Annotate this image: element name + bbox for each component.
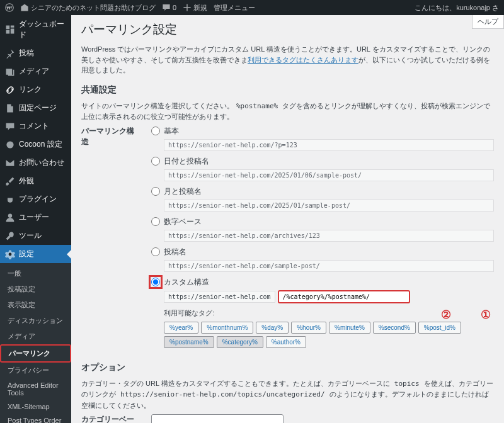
sidebar-item-8[interactable]: 外観 xyxy=(0,172,71,190)
sidebar-item-1[interactable]: 投稿 xyxy=(0,44,71,62)
link-icon xyxy=(5,85,15,95)
h2-options: オプション xyxy=(81,362,494,373)
page-title: パーマリンク設定 xyxy=(81,21,494,38)
pin-icon xyxy=(5,48,15,59)
sidebar-sub-5[interactable]: パーマリンク xyxy=(0,344,71,363)
sample-1: https://senior-net-help.com/2025/01/06/s… xyxy=(164,169,494,181)
page-icon xyxy=(5,103,15,113)
help-tab[interactable]: ヘルプ xyxy=(472,15,504,29)
sample-0: https://senior-net-help.com/?p=123 xyxy=(164,139,494,151)
comments-link[interactable]: 0 xyxy=(162,3,176,12)
sidebar-item-12[interactable]: 設定 xyxy=(0,245,71,263)
sidebar-sub-3[interactable]: ディスカッション xyxy=(0,313,71,329)
sidebar-item-7[interactable]: お問い合わせ xyxy=(0,154,71,172)
site-link[interactable]: シニアのためのネット問題お助けブログ xyxy=(20,3,156,13)
radio-1[interactable] xyxy=(151,157,160,166)
radio-3[interactable] xyxy=(151,217,160,226)
sidebar-sub-0[interactable]: 一般 xyxy=(0,266,71,281)
tag-post_id[interactable]: %post_id% xyxy=(418,322,461,334)
sidebar-sub-8[interactable]: XML-Sitemap xyxy=(0,400,71,414)
dashboard-icon xyxy=(5,25,15,35)
annotation-1: ① xyxy=(481,308,491,322)
tags-doc-link[interactable]: 利用できるタグはたくさんあります xyxy=(248,56,358,64)
comment-icon xyxy=(5,121,15,132)
tag-day[interactable]: %day% xyxy=(256,322,289,334)
sidebar-sub-6[interactable]: プライバシー xyxy=(0,363,71,378)
tag-category[interactable]: %category% xyxy=(217,336,263,348)
sidebar-item-0[interactable]: ダッシュボード xyxy=(0,15,71,44)
svg-point-1 xyxy=(6,141,13,148)
media-icon xyxy=(5,67,15,77)
sidebar-item-4[interactable]: 固定ページ xyxy=(0,99,71,117)
radio-0[interactable] xyxy=(151,127,160,135)
user-icon xyxy=(5,213,15,223)
wp-logo-icon[interactable] xyxy=(5,3,14,12)
plug-icon xyxy=(5,195,15,205)
sidebar-item-9[interactable]: プラグイン xyxy=(0,190,71,208)
tag-postname[interactable]: %postname% xyxy=(164,336,214,348)
mail-icon xyxy=(5,158,15,168)
sidebar-item-6[interactable]: Cocoon 設定 xyxy=(0,135,71,154)
tag-monthnum[interactable]: %monthnum% xyxy=(201,322,253,334)
sidebar-item-10[interactable]: ユーザー xyxy=(0,208,71,227)
tool-icon xyxy=(5,231,15,241)
custom-structure-input[interactable] xyxy=(278,290,410,303)
sample-4: https://senior-net-help.com/sample-post/ xyxy=(164,260,494,272)
sample-3: https://senior-net-help.com/archives/123 xyxy=(164,230,494,242)
admin-sidebar: ダッシュボード投稿メディアリンク固定ページコメントCocoon 設定お問い合わせ… xyxy=(0,15,71,423)
tag-second[interactable]: %second% xyxy=(373,322,416,334)
tag-author[interactable]: %author% xyxy=(266,336,306,348)
radio-2[interactable] xyxy=(151,187,160,196)
site-name: シニアのためのネット問題お助けブログ xyxy=(31,3,156,13)
sidebar-item-2[interactable]: メディア xyxy=(0,62,71,81)
sample-2: https://senior-net-help.com/2025/01/samp… xyxy=(164,200,494,212)
cocoon-icon xyxy=(5,140,15,150)
sidebar-sub-9[interactable]: Post Types Order xyxy=(0,414,71,423)
annotation-2: ② xyxy=(441,308,451,322)
new-link[interactable]: 新規 xyxy=(183,3,207,13)
greeting[interactable]: こんにちは、kurukonajp さ xyxy=(415,3,499,13)
sidebar-item-3[interactable]: リンク xyxy=(0,81,71,99)
structure-label: パーマリンク構造 xyxy=(81,126,141,353)
settings-icon xyxy=(5,249,15,259)
sidebar-sub-2[interactable]: 表示設定 xyxy=(0,297,71,313)
sidebar-item-11[interactable]: ツール xyxy=(0,227,71,245)
brush-icon xyxy=(5,176,15,186)
category-base-input[interactable] xyxy=(151,414,284,423)
svg-point-2 xyxy=(9,252,12,256)
sidebar-sub-1[interactable]: 投稿設定 xyxy=(0,281,71,297)
h2-common: 共通設定 xyxy=(81,84,494,96)
tag-hour[interactable]: %hour% xyxy=(291,322,326,334)
radio-custom[interactable] xyxy=(151,278,160,286)
manage-menu[interactable]: 管理メニュー xyxy=(214,3,255,13)
tag-minute[interactable]: %minute% xyxy=(329,322,370,334)
sidebar-sub-7[interactable]: Advanced Editor Tools xyxy=(0,378,71,400)
tag-year[interactable]: %year% xyxy=(164,322,198,334)
radio-4[interactable] xyxy=(151,247,160,256)
custom-base: https://senior-net-help.com xyxy=(164,291,275,303)
sidebar-item-5[interactable]: コメント xyxy=(0,117,71,135)
sidebar-sub-4[interactable]: メディア xyxy=(0,329,71,344)
